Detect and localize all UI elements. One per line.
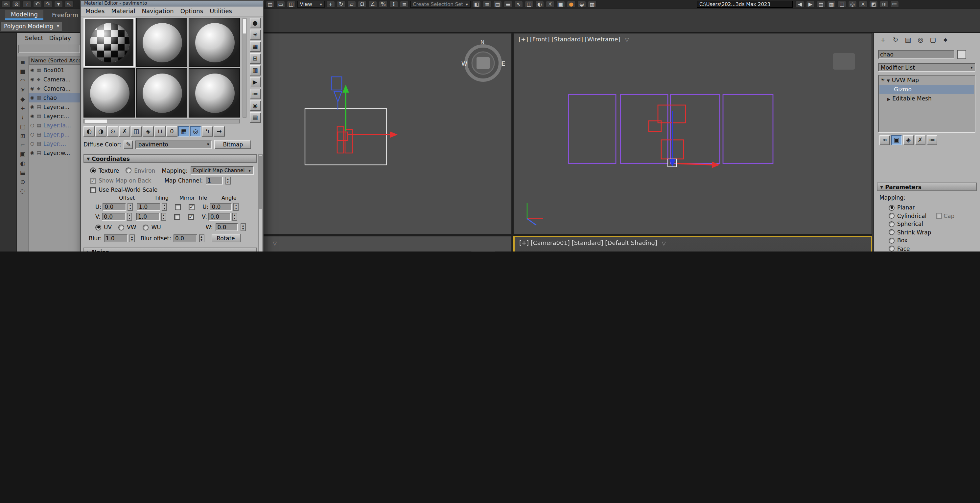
- spinner[interactable]: [232, 213, 237, 221]
- display-lights-icon[interactable]: ☀: [18, 86, 28, 94]
- modifier-stack-item[interactable]: ☀ ▼ UVW Map: [879, 76, 975, 85]
- object-name-field[interactable]: chao: [878, 50, 955, 59]
- display-shapes-icon[interactable]: ◠: [18, 76, 28, 85]
- modifier-stack-base[interactable]: ▶ Editable Mesh: [879, 94, 975, 103]
- selection-filter-icon[interactable]: ▾: [54, 1, 63, 8]
- collapse-icon[interactable]: ▶: [887, 96, 890, 101]
- spinner[interactable]: [225, 177, 231, 184]
- find-icon[interactable]: ◌: [18, 187, 28, 195]
- viewport-front[interactable]: [+] [Front] [Standard] [Wireframe] ▽: [513, 33, 872, 235]
- tab-modeling[interactable]: Modeling: [5, 10, 43, 20]
- v-tile-checkbox[interactable]: [188, 214, 194, 220]
- bind-to-space-warp-icon[interactable]: ≀: [22, 1, 32, 8]
- scrollbar-thumb[interactable]: [243, 19, 246, 33]
- configure-modifier-sets-icon[interactable]: ≔: [927, 135, 937, 145]
- mapping-option[interactable]: Planar: [889, 203, 975, 212]
- redo-icon[interactable]: ↷: [43, 1, 52, 8]
- sample-tiling-icon[interactable]: ⊞: [250, 53, 261, 64]
- visibility-icon[interactable]: ◉: [30, 68, 35, 73]
- display-groups-icon[interactable]: ▢: [18, 122, 28, 131]
- hierarchy-tab-icon[interactable]: ▤: [903, 35, 913, 44]
- workspaces-icon[interactable]: ▦: [827, 1, 836, 8]
- list-item[interactable]: ◉ ◆ Camera...: [29, 84, 81, 93]
- map-channel-field[interactable]: 1: [205, 177, 223, 184]
- modifier-stack-subitem[interactable]: Gizmo: [880, 85, 974, 94]
- get-material-icon[interactable]: ◐: [83, 126, 95, 136]
- scrollbar-thumb[interactable]: [259, 156, 262, 209]
- select-object-icon[interactable]: ↖: [64, 1, 74, 8]
- v-offset-field[interactable]: 0.0: [102, 213, 126, 221]
- schematic-view-icon[interactable]: ◫: [525, 1, 534, 8]
- ribbon-toggle-icon[interactable]: ▬: [503, 1, 513, 8]
- video-color-check-icon[interactable]: ▥: [250, 65, 261, 76]
- list-item[interactable]: ◉ ▤ Layer:c...: [29, 112, 81, 121]
- list-item[interactable]: ○ ▤ Layer:la...: [29, 121, 81, 130]
- list-item[interactable]: ◉ ◆ Camera...: [29, 75, 81, 84]
- material-sample-slot[interactable]: [136, 18, 187, 67]
- material-sample-slot[interactable]: [189, 18, 240, 67]
- menu-material[interactable]: Material: [111, 8, 135, 14]
- window-crossing-icon[interactable]: ◫: [286, 1, 296, 8]
- radio-icon[interactable]: [889, 205, 894, 211]
- project-path-field[interactable]: C:\Users\202...3ds Max 2023: [697, 1, 793, 8]
- material-name-dropdown[interactable]: pavimento ▾: [136, 140, 212, 149]
- viewport-flyout-icon[interactable]: ▽: [662, 240, 666, 246]
- material-map-navigator-icon[interactable]: ▤: [250, 112, 261, 123]
- display-spacewarps-icon[interactable]: ≀: [18, 113, 28, 122]
- mapping-option[interactable]: Box: [889, 236, 975, 244]
- remove-modifier-icon[interactable]: ✗: [915, 135, 926, 145]
- vw-radio[interactable]: [118, 224, 124, 230]
- sample-horizontal-scrollbar[interactable]: [83, 119, 240, 124]
- spinner[interactable]: [161, 213, 166, 221]
- material-sample-slot[interactable]: [136, 68, 187, 117]
- go-to-parent-icon[interactable]: ↰: [202, 126, 213, 136]
- spinner[interactable]: [127, 203, 133, 211]
- list-item[interactable]: ○ ▤ Layer:...: [29, 139, 81, 148]
- viewport-label[interactable]: [+] [Camera001] [Standard] [Default Shad…: [519, 240, 666, 246]
- list-item[interactable]: ○ ▤ Layer:p...: [29, 130, 81, 139]
- spinner[interactable]: [129, 234, 135, 242]
- create-tab-icon[interactable]: +: [878, 35, 888, 44]
- go-forward-to-sibling-icon[interactable]: →: [214, 126, 225, 136]
- show-map-on-back-checkbox[interactable]: [90, 178, 96, 184]
- align-icon[interactable]: ≡: [482, 1, 492, 8]
- settings-icon[interactable]: ≔: [890, 1, 899, 8]
- material-sample-slot[interactable]: [83, 18, 135, 67]
- visibility-icon[interactable]: ◉: [30, 86, 35, 91]
- visibility-icon[interactable]: ◉: [30, 114, 35, 119]
- motion-tab-icon[interactable]: ◎: [916, 35, 926, 44]
- make-unique-icon[interactable]: ◈: [143, 126, 154, 136]
- wu-radio[interactable]: [143, 224, 149, 230]
- make-unique-stack-icon[interactable]: ◈: [903, 135, 914, 145]
- menu-display[interactable]: Display: [49, 35, 71, 41]
- modify-tab-icon[interactable]: ↻: [891, 35, 900, 44]
- state-sets-icon[interactable]: ▦: [588, 1, 597, 8]
- material-sample-slot[interactable]: [189, 68, 240, 117]
- mapping-option[interactable]: Cylindrical Cap: [889, 212, 975, 220]
- u-offset-field[interactable]: 0.0: [103, 203, 126, 211]
- mapping-dropdown[interactable]: Explicit Map Channel ▾: [190, 166, 253, 175]
- viewport-flyout-icon[interactable]: ▽: [273, 240, 277, 246]
- material-id-channel-icon[interactable]: 0: [166, 126, 177, 136]
- select-by-material-icon[interactable]: ◉: [250, 100, 261, 111]
- display-layers-icon[interactable]: ▤: [18, 168, 28, 177]
- modifier-list-dropdown[interactable]: Modifier List ▾: [878, 63, 975, 71]
- material-editor-titlebar[interactable]: Material Editor - pavimento: [81, 1, 263, 6]
- visibility-icon[interactable]: ◉: [30, 151, 35, 156]
- visibility-icon[interactable]: ◉: [30, 77, 35, 82]
- sample-type-icon[interactable]: ●: [250, 18, 261, 28]
- select-by-name-icon[interactable]: ▤: [266, 1, 275, 8]
- curve-editor-icon[interactable]: ∿: [514, 1, 523, 8]
- named-selection-set-dropdown[interactable]: Create Selection Set ▾: [410, 1, 471, 8]
- utilities-tab-icon[interactable]: ∗: [940, 35, 950, 44]
- radio-icon[interactable]: [889, 246, 894, 252]
- pin-explorer-icon[interactable]: ⊙: [18, 177, 28, 186]
- spinner[interactable]: [240, 223, 245, 231]
- display-containers-icon[interactable]: ▣: [18, 150, 28, 158]
- render-setup-icon[interactable]: ☼: [546, 1, 555, 8]
- mapping-option[interactable]: Face: [889, 244, 975, 252]
- show-end-result-stack-icon[interactable]: ▣: [891, 135, 902, 145]
- sample-vertical-scrollbar[interactable]: [243, 18, 247, 117]
- list-item[interactable]: ◉ ▦ chao: [29, 93, 81, 102]
- list-item[interactable]: ◉ ▤ Layer:a...: [29, 102, 81, 112]
